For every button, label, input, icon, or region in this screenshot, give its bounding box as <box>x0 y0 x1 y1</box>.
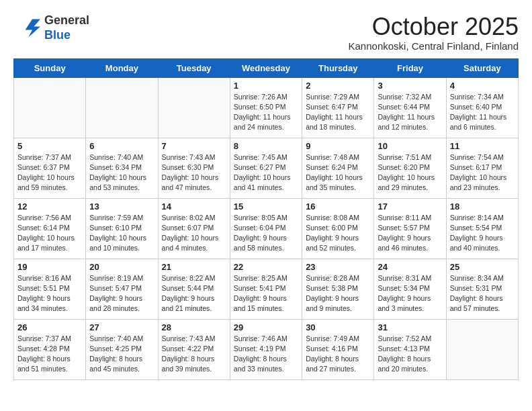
calendar-cell: 11Sunrise: 7:54 AM Sunset: 6:17 PM Dayli… <box>446 138 518 198</box>
day-info: Sunrise: 8:02 AM Sunset: 6:07 PM Dayligh… <box>162 213 226 254</box>
calendar-cell: 25Sunrise: 8:34 AM Sunset: 5:31 PM Dayli… <box>446 259 518 319</box>
day-number: 2 <box>306 81 370 91</box>
calendar-cell: 16Sunrise: 8:08 AM Sunset: 6:00 PM Dayli… <box>302 198 374 259</box>
calendar-body: 1Sunrise: 7:26 AM Sunset: 6:50 PM Daylig… <box>14 77 519 379</box>
day-number: 5 <box>17 141 82 151</box>
day-number: 20 <box>89 262 154 272</box>
calendar-cell <box>14 77 86 138</box>
calendar-cell: 3Sunrise: 7:32 AM Sunset: 6:44 PM Daylig… <box>374 77 446 138</box>
calendar-cell: 5Sunrise: 7:37 AM Sunset: 6:37 PM Daylig… <box>14 138 86 198</box>
day-number: 10 <box>378 141 442 151</box>
day-number: 7 <box>162 141 226 151</box>
calendar-cell: 1Sunrise: 7:26 AM Sunset: 6:50 PM Daylig… <box>230 77 302 138</box>
day-info: Sunrise: 8:19 AM Sunset: 5:47 PM Dayligh… <box>89 273 154 314</box>
day-number: 23 <box>306 262 370 272</box>
calendar-cell: 12Sunrise: 7:56 AM Sunset: 6:14 PM Dayli… <box>14 198 86 259</box>
day-number: 17 <box>378 201 442 212</box>
day-info: Sunrise: 7:40 AM Sunset: 6:34 PM Dayligh… <box>89 152 154 193</box>
calendar-cell: 6Sunrise: 7:40 AM Sunset: 6:34 PM Daylig… <box>86 138 158 198</box>
logo-text: General Blue <box>44 13 89 42</box>
day-number: 13 <box>89 201 154 212</box>
day-info: Sunrise: 7:51 AM Sunset: 6:20 PM Dayligh… <box>378 152 442 193</box>
day-info: Sunrise: 7:37 AM Sunset: 6:37 PM Dayligh… <box>17 152 82 193</box>
day-info: Sunrise: 7:48 AM Sunset: 6:24 PM Dayligh… <box>306 152 370 193</box>
day-info: Sunrise: 8:22 AM Sunset: 5:44 PM Dayligh… <box>162 273 226 314</box>
header-day-saturday: Saturday <box>446 58 518 77</box>
calendar-cell <box>86 77 158 138</box>
calendar-cell <box>158 77 230 138</box>
logo-general: General <box>44 13 89 28</box>
svg-marker-0 <box>26 19 40 37</box>
logo-blue: Blue <box>44 28 89 43</box>
calendar-cell: 24Sunrise: 8:31 AM Sunset: 5:34 PM Dayli… <box>374 259 446 319</box>
day-info: Sunrise: 7:56 AM Sunset: 6:14 PM Dayligh… <box>17 213 82 254</box>
day-info: Sunrise: 8:16 AM Sunset: 5:51 PM Dayligh… <box>17 273 82 314</box>
day-info: Sunrise: 7:26 AM Sunset: 6:50 PM Dayligh… <box>234 92 298 133</box>
week-row-1: 5Sunrise: 7:37 AM Sunset: 6:37 PM Daylig… <box>14 138 519 198</box>
day-number: 11 <box>450 141 515 151</box>
header-day-sunday: Sunday <box>14 58 86 77</box>
header-day-friday: Friday <box>374 58 446 77</box>
day-number: 19 <box>17 262 82 272</box>
day-info: Sunrise: 7:59 AM Sunset: 6:10 PM Dayligh… <box>89 213 154 254</box>
calendar-cell: 15Sunrise: 8:05 AM Sunset: 6:04 PM Dayli… <box>230 198 302 259</box>
day-number: 18 <box>450 201 515 212</box>
calendar-cell: 26Sunrise: 7:37 AM Sunset: 4:28 PM Dayli… <box>14 319 86 379</box>
calendar-cell: 30Sunrise: 7:49 AM Sunset: 4:16 PM Dayli… <box>302 319 374 379</box>
day-info: Sunrise: 7:40 AM Sunset: 4:25 PM Dayligh… <box>89 334 154 375</box>
calendar-cell: 21Sunrise: 8:22 AM Sunset: 5:44 PM Dayli… <box>158 259 230 319</box>
week-row-0: 1Sunrise: 7:26 AM Sunset: 6:50 PM Daylig… <box>14 77 519 138</box>
calendar-cell: 13Sunrise: 7:59 AM Sunset: 6:10 PM Dayli… <box>86 198 158 259</box>
calendar-cell: 23Sunrise: 8:28 AM Sunset: 5:38 PM Dayli… <box>302 259 374 319</box>
title-section: October 2025 Kannonkoski, Central Finlan… <box>349 13 519 52</box>
day-info: Sunrise: 8:28 AM Sunset: 5:38 PM Dayligh… <box>306 273 370 314</box>
day-number: 22 <box>234 262 298 272</box>
day-info: Sunrise: 8:14 AM Sunset: 5:54 PM Dayligh… <box>450 213 515 254</box>
day-info: Sunrise: 7:54 AM Sunset: 6:17 PM Dayligh… <box>450 152 515 193</box>
calendar-cell: 18Sunrise: 8:14 AM Sunset: 5:54 PM Dayli… <box>446 198 518 259</box>
day-number: 30 <box>306 322 370 332</box>
day-info: Sunrise: 8:11 AM Sunset: 5:57 PM Dayligh… <box>378 213 442 254</box>
header-day-tuesday: Tuesday <box>158 58 230 77</box>
calendar-cell: 27Sunrise: 7:40 AM Sunset: 4:25 PM Dayli… <box>86 319 158 379</box>
calendar-cell: 14Sunrise: 8:02 AM Sunset: 6:07 PM Dayli… <box>158 198 230 259</box>
page-header: General Blue October 2025 Kannonkoski, C… <box>13 13 519 52</box>
calendar-cell: 10Sunrise: 7:51 AM Sunset: 6:20 PM Dayli… <box>374 138 446 198</box>
week-row-3: 19Sunrise: 8:16 AM Sunset: 5:51 PM Dayli… <box>14 259 519 319</box>
calendar-cell: 2Sunrise: 7:29 AM Sunset: 6:47 PM Daylig… <box>302 77 374 138</box>
header-day-monday: Monday <box>86 58 158 77</box>
calendar-cell: 29Sunrise: 7:46 AM Sunset: 4:19 PM Dayli… <box>230 319 302 379</box>
day-number: 21 <box>162 262 226 272</box>
location: Kannonkoski, Central Finland, Finland <box>349 40 519 52</box>
day-info: Sunrise: 7:34 AM Sunset: 6:40 PM Dayligh… <box>450 92 515 133</box>
calendar-header: SundayMondayTuesdayWednesdayThursdayFrid… <box>14 58 519 77</box>
day-info: Sunrise: 8:34 AM Sunset: 5:31 PM Dayligh… <box>450 273 515 314</box>
month-title: October 2025 <box>349 13 519 40</box>
logo-icon <box>13 15 40 42</box>
day-info: Sunrise: 8:05 AM Sunset: 6:04 PM Dayligh… <box>234 213 298 254</box>
week-row-2: 12Sunrise: 7:56 AM Sunset: 6:14 PM Dayli… <box>14 198 519 259</box>
day-number: 8 <box>234 141 298 151</box>
calendar-cell: 28Sunrise: 7:43 AM Sunset: 4:22 PM Dayli… <box>158 319 230 379</box>
day-info: Sunrise: 7:32 AM Sunset: 6:44 PM Dayligh… <box>378 92 442 133</box>
calendar-cell: 8Sunrise: 7:45 AM Sunset: 6:27 PM Daylig… <box>230 138 302 198</box>
calendar-cell <box>446 319 518 379</box>
calendar-cell: 20Sunrise: 8:19 AM Sunset: 5:47 PM Dayli… <box>86 259 158 319</box>
calendar-cell: 7Sunrise: 7:43 AM Sunset: 6:30 PM Daylig… <box>158 138 230 198</box>
day-number: 28 <box>162 322 226 332</box>
logo: General Blue <box>13 13 89 42</box>
day-info: Sunrise: 8:08 AM Sunset: 6:00 PM Dayligh… <box>306 213 370 254</box>
day-number: 25 <box>450 262 515 272</box>
day-info: Sunrise: 7:43 AM Sunset: 4:22 PM Dayligh… <box>162 334 226 375</box>
day-number: 1 <box>234 81 298 91</box>
day-number: 9 <box>306 141 370 151</box>
day-info: Sunrise: 7:46 AM Sunset: 4:19 PM Dayligh… <box>234 334 298 375</box>
day-info: Sunrise: 8:25 AM Sunset: 5:41 PM Dayligh… <box>234 273 298 314</box>
day-number: 31 <box>378 322 442 332</box>
day-info: Sunrise: 7:29 AM Sunset: 6:47 PM Dayligh… <box>306 92 370 133</box>
day-info: Sunrise: 7:45 AM Sunset: 6:27 PM Dayligh… <box>234 152 298 193</box>
day-number: 27 <box>89 322 154 332</box>
header-day-thursday: Thursday <box>302 58 374 77</box>
day-number: 16 <box>306 201 370 212</box>
day-number: 24 <box>378 262 442 272</box>
